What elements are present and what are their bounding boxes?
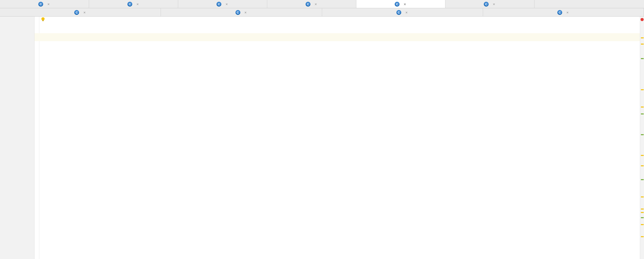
warning-mark[interactable]	[641, 107, 644, 108]
warning-mark[interactable]	[641, 209, 644, 210]
tab-storecheckpoint[interactable]: C ×	[0, 8, 161, 16]
close-icon[interactable]: ×	[566, 10, 569, 15]
close-icon[interactable]: ×	[492, 2, 496, 6]
close-icon[interactable]: ×	[47, 2, 50, 6]
change-mark[interactable]	[641, 113, 644, 114]
change-mark[interactable]	[641, 217, 644, 218]
warning-mark[interactable]	[641, 44, 644, 45]
error-stripe[interactable]	[640, 17, 644, 259]
change-mark[interactable]	[641, 179, 644, 180]
java-class-icon: C	[395, 2, 400, 7]
error-indicator-icon[interactable]	[641, 18, 644, 21]
warning-mark[interactable]	[641, 155, 644, 156]
tab-storepathconfighelper[interactable]: C ×	[322, 8, 483, 16]
warning-mark[interactable]	[641, 37, 644, 38]
warning-mark[interactable]	[641, 196, 644, 197]
close-icon[interactable]: ×	[136, 2, 139, 6]
code-line	[42, 145, 644, 152]
warning-mark[interactable]	[641, 89, 644, 90]
svg-rect-1	[42, 20, 44, 21]
java-class-icon: C	[74, 10, 79, 15]
close-icon[interactable]: ×	[244, 10, 247, 15]
tab-mappedfilequeue[interactable]: C ×	[267, 0, 356, 8]
java-class-icon: C	[236, 10, 240, 15]
code-line	[42, 216, 644, 224]
warning-mark[interactable]	[641, 224, 644, 225]
svg-point-0	[41, 17, 45, 20]
line-number-gutter	[0, 17, 35, 259]
tab-commitlog[interactable]: C ×	[0, 0, 89, 8]
code-line	[42, 73, 644, 81]
warning-mark[interactable]	[641, 212, 644, 213]
change-mark[interactable]	[641, 134, 644, 135]
tab-messagestoreconfig[interactable]: C ×	[89, 0, 178, 8]
editor-tabs-row-2: C × C × C × C ×	[0, 8, 644, 17]
java-class-icon: C	[557, 10, 562, 15]
java-class-icon: C	[484, 2, 489, 7]
close-icon[interactable]: ×	[314, 2, 317, 6]
java-class-icon: C	[127, 2, 132, 7]
current-line-highlight	[35, 33, 644, 41]
code-line	[42, 240, 644, 248]
code-line	[42, 121, 644, 129]
close-icon[interactable]: ×	[403, 2, 406, 6]
tab-bytebuffer[interactable]: C ×	[161, 8, 322, 16]
close-icon[interactable]: ×	[83, 10, 86, 15]
code-line	[42, 49, 644, 57]
intention-bulb-icon[interactable]	[40, 17, 46, 22]
close-icon[interactable]: ×	[405, 10, 408, 15]
editor-area	[0, 17, 644, 259]
tab-consumequeue[interactable]: C ×	[483, 8, 644, 16]
code-line	[42, 192, 644, 200]
tab-indexservice[interactable]: C ×	[445, 0, 535, 8]
java-class-icon: C	[396, 10, 401, 15]
code-line	[42, 168, 644, 176]
code-line	[42, 97, 644, 105]
editor-tabs-row-1: C × C × C × C × C × C ×	[0, 0, 644, 8]
tab-defaultmessagestore[interactable]: C ×	[356, 0, 445, 8]
java-class-icon: C	[38, 2, 43, 7]
warning-mark[interactable]	[641, 236, 644, 237]
java-class-icon: C	[306, 2, 310, 7]
code-editor[interactable]	[35, 17, 644, 259]
java-class-icon: C	[217, 2, 221, 7]
warning-mark[interactable]	[641, 165, 644, 166]
change-mark[interactable]	[641, 58, 644, 59]
close-icon[interactable]: ×	[225, 2, 228, 6]
tab-file[interactable]: C ×	[178, 0, 267, 8]
